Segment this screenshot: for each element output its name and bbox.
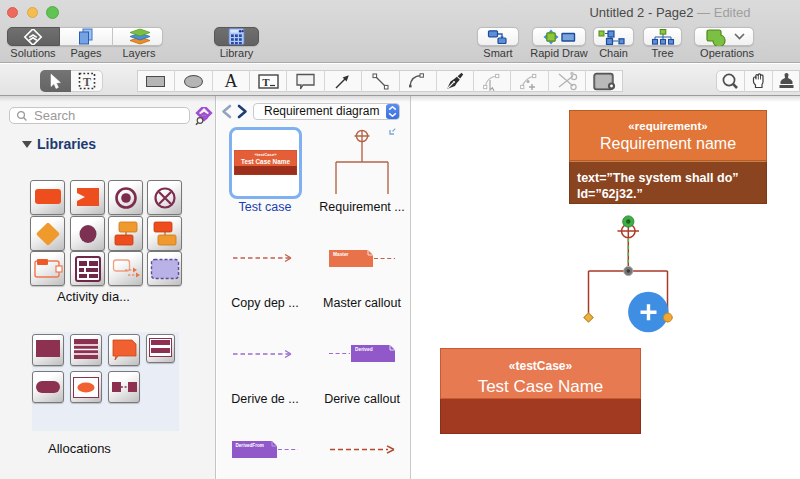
svg-text:Test Case Name: Test Case Name — [241, 158, 290, 165]
svg-text:T: T — [83, 75, 91, 89]
svg-text:Master: Master — [333, 252, 349, 257]
svg-text:Derived: Derived — [355, 347, 373, 352]
svg-text:DerivedFrom: DerivedFrom — [236, 443, 264, 448]
svg-text:T: T — [262, 76, 270, 88]
svg-text:«testCase»: «testCase» — [254, 152, 277, 157]
